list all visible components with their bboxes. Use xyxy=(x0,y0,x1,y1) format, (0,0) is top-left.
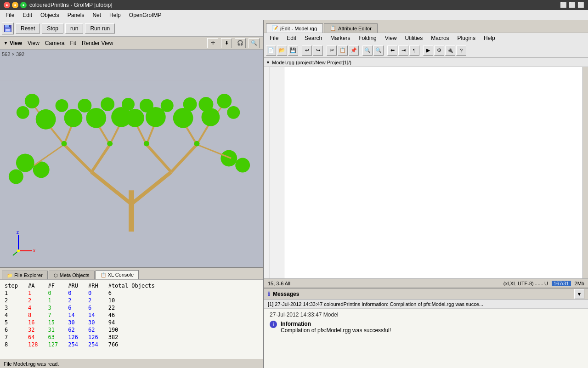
rtool-cut[interactable]: ✂ xyxy=(327,45,337,56)
viewport[interactable]: 562 × 392 xyxy=(0,50,263,267)
rmenu-markers[interactable]: Markers xyxy=(327,34,354,42)
rtool-format[interactable]: ¶ xyxy=(409,45,419,56)
tab-meta-objects[interactable]: ⬡ Meta Objects xyxy=(49,271,95,279)
headphones-icon[interactable]: 🎧 xyxy=(235,38,246,48)
minimize-button[interactable]: ● xyxy=(12,2,18,8)
svg-point-32 xyxy=(217,94,232,108)
close-button[interactable]: ● xyxy=(4,2,10,8)
collapse-icon-2[interactable]: ▼ xyxy=(266,60,270,65)
cell-step: 5 xyxy=(5,319,27,326)
cell-f: 127 xyxy=(48,341,68,348)
svg-text:z: z xyxy=(17,230,19,235)
save-button[interactable] xyxy=(2,23,14,34)
svg-point-31 xyxy=(25,94,40,108)
rtool-paste[interactable]: 📌 xyxy=(349,45,359,56)
code-editor[interactable] xyxy=(264,67,588,278)
menu-net[interactable]: Net xyxy=(89,11,105,19)
menu-file[interactable]: File xyxy=(2,11,18,19)
title-icon-1: ⬜ xyxy=(560,2,567,8)
zoom-icon[interactable]: 🔍 xyxy=(249,38,260,48)
rtool-help[interactable]: ? xyxy=(456,45,466,56)
menu-edit[interactable]: Edit xyxy=(19,11,36,19)
right-tab-bar: 📝 jEdit - Model.rgg 📋 Attribute Editor xyxy=(264,20,588,33)
messages-content[interactable]: 27-Jul-2012 14:33:47 Model i Information… xyxy=(264,309,588,368)
cell-f: 1 xyxy=(48,297,68,304)
rmenu-search[interactable]: Search xyxy=(301,34,326,42)
axis-indicator: z x xyxy=(9,230,37,258)
rmenu-utilities[interactable]: Utilities xyxy=(401,34,427,42)
cell-rh: 2 xyxy=(88,297,107,304)
view-menu-render[interactable]: Render View xyxy=(82,40,113,46)
tab-xl-console[interactable]: 📋 XL Console xyxy=(96,270,139,279)
code-content[interactable] xyxy=(284,67,582,278)
col-header-step: step xyxy=(5,283,27,289)
rmenu-file[interactable]: File xyxy=(266,34,282,42)
cell-rh: 14 xyxy=(88,312,107,318)
maximize-button[interactable]: ● xyxy=(20,2,27,8)
rmenu-folding[interactable]: Folding xyxy=(355,34,380,42)
right-menubar: File Edit Search Markers Folding View Ut… xyxy=(264,33,588,43)
collapse-icon[interactable]: ▼ xyxy=(4,41,8,45)
tab-xl-console-label: XL Console xyxy=(108,272,134,277)
run-run-button[interactable]: Run run xyxy=(85,23,115,34)
messages-expand[interactable]: ▼ xyxy=(574,289,584,299)
rtool-search[interactable]: 🔍 xyxy=(362,45,373,56)
svg-point-52 xyxy=(144,141,149,147)
cell-step: 7 xyxy=(5,334,27,340)
cell-rh: 254 xyxy=(88,341,107,348)
rtool-indent-left[interactable]: ⬅ xyxy=(387,45,397,56)
rmenu-macros[interactable]: Macros xyxy=(427,34,452,42)
svg-point-42 xyxy=(227,106,240,119)
cell-step: 3 xyxy=(5,305,27,311)
rtool-new[interactable]: 📄 xyxy=(266,45,276,56)
rotate-icon[interactable]: ⬇ xyxy=(221,38,232,48)
rtool-search2[interactable]: 🔍 xyxy=(373,45,384,56)
message-info-text: Compilation of pfs:Model.rgg was success… xyxy=(281,327,391,334)
cell-ru: 30 xyxy=(68,319,87,326)
bottom-panel: 📁 File Explorer ⬡ Meta Objects 📋 XL Cons… xyxy=(0,267,263,368)
vertical-scrollbar[interactable] xyxy=(582,67,588,278)
stop-button[interactable]: Stop xyxy=(42,23,63,34)
tab-jedit[interactable]: 📝 jEdit - Model.rgg xyxy=(266,23,323,33)
cell-rh: 126 xyxy=(88,334,107,340)
cell-a: 32 xyxy=(28,327,47,333)
reset-button[interactable]: Reset xyxy=(16,23,40,34)
tab-attribute-editor[interactable]: 📋 Attribute Editor xyxy=(324,23,378,33)
move-icon[interactable]: ✛ xyxy=(207,38,218,48)
menu-help[interactable]: Help xyxy=(106,11,124,19)
rmenu-help[interactable]: Help xyxy=(480,34,499,42)
console-row: 7 64 63 126 126 382 xyxy=(5,334,155,340)
rtool-indent-right[interactable]: ⇥ xyxy=(398,45,408,56)
rtool-plugin[interactable]: 🔌 xyxy=(445,45,455,56)
rtool-settings[interactable]: ⚙ xyxy=(434,45,444,56)
rtool-save[interactable]: 💾 xyxy=(288,45,298,56)
console-content[interactable]: step #A #F #RU #RH #total Objects 1 1 0 … xyxy=(0,280,263,359)
rtool-run[interactable]: ▶ xyxy=(423,45,433,56)
attr-editor-icon: 📋 xyxy=(330,25,336,31)
rtool-open[interactable]: 📂 xyxy=(277,45,287,56)
svg-point-35 xyxy=(101,97,114,111)
status-line-info: 167/31 xyxy=(552,281,571,286)
view-title: View xyxy=(10,40,22,46)
cell-total: 46 xyxy=(108,312,155,318)
view-header: ▼ View View Camera Fit Render View ✛ ⬇ 🎧… xyxy=(0,37,263,50)
tab-bar: 📁 File Explorer ⬡ Meta Objects 📋 XL Cons… xyxy=(0,268,263,280)
view-menu-fit[interactable]: Fit xyxy=(70,40,76,46)
view-menu-camera[interactable]: Camera xyxy=(45,40,65,46)
tab-file-explorer[interactable]: 📁 File Explorer xyxy=(2,271,48,279)
run-button[interactable]: run xyxy=(65,23,83,34)
rmenu-edit[interactable]: Edit xyxy=(283,34,300,42)
menu-panels[interactable]: Panels xyxy=(64,11,88,19)
rtool-copy[interactable]: 📋 xyxy=(338,45,348,56)
rtool-undo[interactable]: ↩ xyxy=(302,45,312,56)
rtool-redo[interactable]: ↪ xyxy=(313,45,323,56)
rmenu-plugins[interactable]: Plugins xyxy=(454,34,479,42)
cell-a: 16 xyxy=(28,319,47,326)
menu-opengroimp[interactable]: OpenGroIMP xyxy=(125,11,165,19)
message-info-title: Information xyxy=(281,321,391,327)
menu-objects[interactable]: Objects xyxy=(37,11,63,19)
info-icon-header: ℹ xyxy=(268,291,270,297)
view-menu-view[interactable]: View xyxy=(28,40,40,46)
svg-text:x: x xyxy=(33,248,35,253)
rmenu-view[interactable]: View xyxy=(381,34,401,42)
